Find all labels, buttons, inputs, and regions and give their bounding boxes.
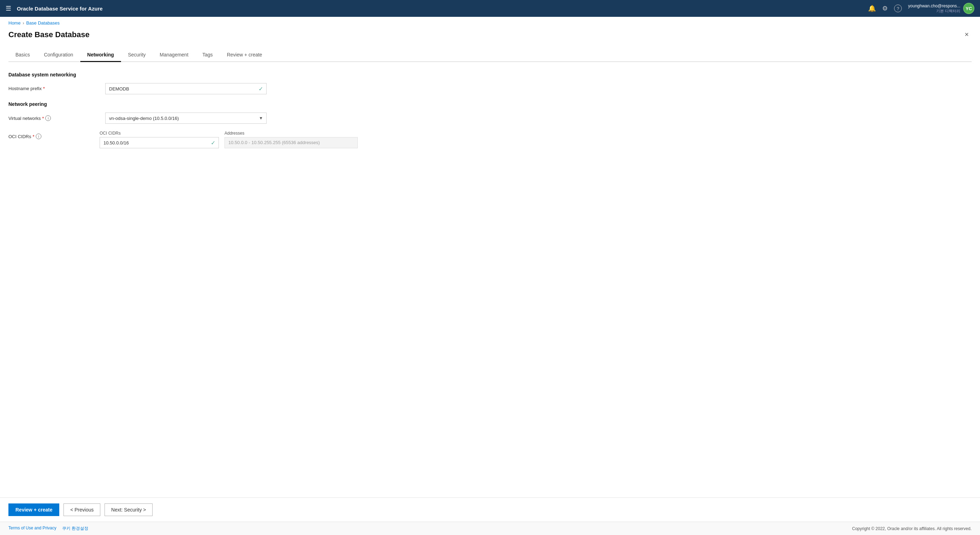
hostname-prefix-input-wrapper: ✓ [105,83,267,94]
virtual-networks-select-wrapper: vn-odsa-single-demo (10.5.0.0/16) ▼ [105,113,267,124]
avatar[interactable]: YC [963,3,974,14]
virtual-networks-info-icon[interactable]: i [45,115,51,121]
footer: Terms of Use and Privacy 쿠키 환경설정 Copyrig… [0,522,980,535]
tab-review-create[interactable]: Review + create [220,48,269,62]
main-content: Create Base Database × Basics Configurat… [0,29,980,497]
header-icons: 🔔 ⚙ ? younghwan.cho@respons... 기본 디렉터리 Y… [868,3,974,14]
gear-icon[interactable]: ⚙ [882,5,888,12]
cidr-inputs-area: OCI CIDRs Addresses ✓ 10.50.0.0 - 10.50.… [100,131,358,148]
oci-cidrs-row: OCI CIDRs * i OCI CIDRs Addresses ✓ 10.5… [8,131,972,148]
next-security-button[interactable]: Next: Security > [105,503,153,516]
previous-button[interactable]: < Previous [64,503,100,516]
oci-cidrs-input-wrapper: ✓ [100,137,219,148]
hostname-required-star: * [43,86,45,91]
tabs-bar: Basics Configuration Networking Security… [8,48,972,62]
virtual-networks-label: Virtual networks * i [8,113,100,121]
breadcrumb-sep-1: › [23,21,24,25]
close-button[interactable]: × [962,29,972,40]
tab-networking[interactable]: Networking [80,48,121,62]
oci-cidrs-input[interactable] [100,137,219,148]
virtual-networks-required-star: * [42,116,44,121]
cidr-column-headers: OCI CIDRs Addresses [100,131,358,136]
oci-cidrs-info-icon[interactable]: i [36,133,41,139]
breadcrumb: Home › Base Databases [0,17,980,29]
help-icon[interactable]: ? [894,5,902,12]
tab-tags[interactable]: Tags [196,48,220,62]
section-db-networking: Database system networking [8,72,972,78]
hostname-prefix-row: Hostname prefix * ✓ [8,83,972,94]
footer-cookie-link[interactable]: 쿠키 환경설정 [62,525,88,532]
section-network-peering: Network peering [8,101,972,107]
breadcrumb-home[interactable]: Home [8,20,21,25]
user-name: younghwan.cho@respons... [908,3,960,8]
oci-cidrs-label: OCI CIDRs * i [8,131,100,139]
oci-cidrs-required-star: * [33,134,34,139]
bottom-bar: Review + create < Previous Next: Securit… [0,497,980,522]
tab-configuration[interactable]: Configuration [37,48,80,62]
hamburger-icon[interactable]: ☰ [6,5,11,12]
tab-basics[interactable]: Basics [8,48,37,62]
tab-security[interactable]: Security [121,48,153,62]
addresses-col-header: Addresses [224,131,358,136]
oci-cidrs-check-icon: ✓ [211,140,215,146]
footer-terms-link[interactable]: Terms of Use and Privacy [8,525,56,532]
review-create-button[interactable]: Review + create [8,503,59,516]
tab-management[interactable]: Management [153,48,196,62]
footer-links: Terms of Use and Privacy 쿠키 환경설정 [8,525,88,532]
app-title: Oracle Database Service for Azure [17,6,868,11]
footer-copyright: Copyright © 2022, Oracle and/or its affi… [852,526,972,531]
breadcrumb-base-databases[interactable]: Base Databases [26,20,60,25]
user-directory: 기본 디렉터리 [908,8,960,14]
user-menu[interactable]: younghwan.cho@respons... 기본 디렉터리 YC [908,3,974,14]
cidr-col-header: OCI CIDRs [100,131,219,136]
page-title: Create Base Database [8,30,89,39]
virtual-networks-select[interactable]: vn-odsa-single-demo (10.5.0.0/16) [105,113,267,124]
virtual-networks-row: Virtual networks * i vn-odsa-single-demo… [8,113,972,124]
hostname-prefix-input[interactable] [105,83,267,94]
bell-icon[interactable]: 🔔 [868,5,876,12]
hostname-check-icon: ✓ [258,86,263,92]
header: ☰ Oracle Database Service for Azure 🔔 ⚙ … [0,0,980,17]
addresses-field: 10.50.0.0 - 10.50.255.255 (65536 address… [224,137,358,148]
hostname-prefix-label: Hostname prefix * [8,83,100,91]
